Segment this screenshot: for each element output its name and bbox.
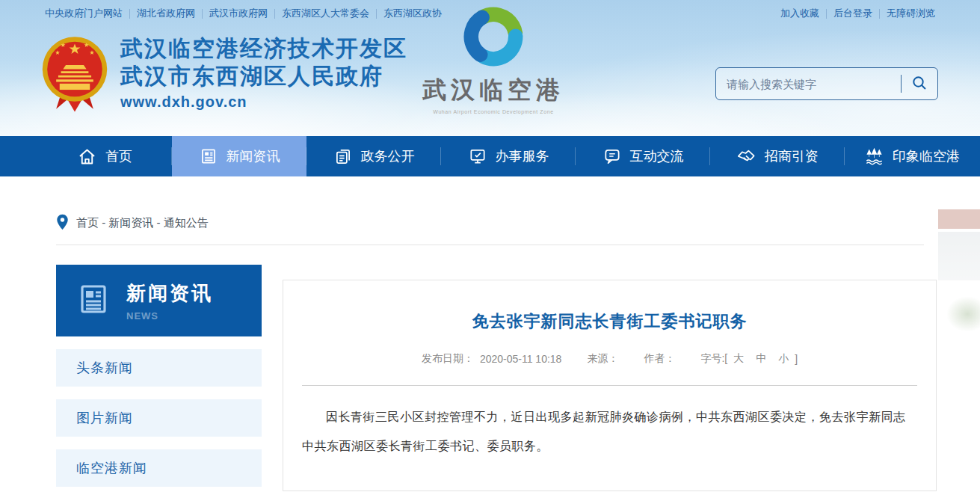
logo-english-text: Wuhan Airport Economic Development Zone: [411, 109, 576, 114]
breadcrumb-text[interactable]: 首页 - 新闻资讯 - 通知公告: [76, 216, 209, 230]
site-title-line1: 武汉临空港经济技术开发区: [120, 34, 407, 62]
article-meta: 发布日期： 2020-05-11 10:18 来源： 作者： 字号:[ 大 中 …: [302, 352, 917, 366]
divider: [826, 9, 827, 19]
main-row: 新闻资讯 NEWS 头条新闻 图片新闻 临空港新闻 免去张宇新同志长青街工委书记…: [56, 265, 937, 492]
site-url: www.dxh.gov.cn: [120, 93, 407, 111]
search-box: [715, 67, 938, 100]
fontsize-large-button[interactable]: 大: [733, 352, 744, 366]
sidebar-header-text: 新闻资讯 NEWS: [126, 280, 213, 322]
nav-item-interaction[interactable]: 互动交流: [576, 136, 710, 176]
nav-item-news[interactable]: 新闻资讯: [172, 136, 306, 176]
top-link-wuhan-gov[interactable]: 武汉市政府网: [209, 7, 268, 20]
news-icon: [199, 147, 218, 166]
sidebar-item-headline-news[interactable]: 头条新闻: [56, 349, 262, 387]
fontsize-medium-button[interactable]: 中: [756, 352, 766, 366]
handshake-icon: [736, 147, 756, 167]
nav-item-label: 首页: [105, 147, 132, 165]
national-emblem-icon: [40, 34, 109, 115]
publish-date-value: 2020-05-11 10:18: [480, 353, 562, 365]
content-area: 首页 - 新闻资讯 - 通知公告 新闻资讯 NEWS: [0, 176, 980, 492]
site-header: 中央政府门户网站 湖北省政府网 武汉市政府网 东西湖区人大常委会 东西湖区政协 …: [0, 0, 980, 136]
trees-landmark-icon: [864, 147, 884, 167]
sidebar-title: 新闻资讯: [126, 280, 213, 307]
article-body: 因长青街三民小区封控管理不力，近日出现多起新冠肺炎确诊病例，中共东西湖区委决定，…: [302, 402, 917, 461]
top-links-right: 加入收藏 后台登录 无障碍浏览: [780, 7, 935, 20]
divider: [879, 9, 880, 19]
nav-item-services[interactable]: 办事服务: [441, 136, 576, 176]
swirl-logo-icon: [463, 57, 524, 70]
search-icon: [910, 74, 928, 94]
nav-item-investment[interactable]: 招商引资: [710, 136, 845, 176]
nav-inner: 首页 新闻资讯: [0, 136, 980, 176]
nav-item-label: 办事服务: [496, 147, 549, 165]
author-label: 作者：: [644, 352, 675, 366]
top-link-admin-login[interactable]: 后台登录: [833, 7, 872, 20]
source-label: 来源：: [587, 352, 618, 366]
sidebar-item-photo-news[interactable]: 图片新闻: [56, 399, 262, 437]
fontsize-small-button[interactable]: 小: [778, 352, 789, 366]
home-icon: [77, 147, 97, 167]
nav-item-label: 招商引资: [765, 147, 819, 165]
top-link-favorite[interactable]: 加入收藏: [780, 7, 819, 20]
nav-item-label: 新闻资讯: [226, 147, 280, 165]
sidebar-header: 新闻资讯 NEWS: [56, 265, 262, 336]
divider: [202, 9, 203, 19]
nav-item-label: 互动交流: [630, 147, 684, 165]
nav-item-label: 政务公开: [361, 147, 415, 165]
divider: [129, 9, 130, 19]
fontsize-bracket-close: ]: [795, 353, 798, 365]
chat-bubble-icon: [603, 147, 622, 166]
background-buildings-image: [938, 209, 980, 456]
site-title-block: 武汉临空港经济技术开发区 武汉市东西湖区人民政府 www.dxh.gov.cn: [120, 34, 407, 111]
sidebar-item-linkonggang-news[interactable]: 临空港新闻: [56, 449, 262, 487]
top-link-hubei-gov[interactable]: 湖北省政府网: [137, 7, 195, 20]
fontsize-label: 字号:[: [700, 352, 727, 366]
article-container: 免去张宇新同志长青街工委书记职务 发布日期： 2020-05-11 10:18 …: [283, 280, 937, 491]
location-pin-icon: [56, 214, 69, 233]
page: 中央政府门户网站 湖北省政府网 武汉市政府网 东西湖区人大常委会 东西湖区政协 …: [0, 0, 980, 492]
top-links-left: 中央政府门户网站 湖北省政府网 武汉市政府网 东西湖区人大常委会 东西湖区政协: [45, 7, 442, 20]
site-logo: 武汉临空港 Wuhan Airport Economic Development…: [411, 6, 576, 114]
breadcrumb: 首页 - 新闻资讯 - 通知公告: [56, 176, 924, 245]
nav-item-home[interactable]: 首页: [37, 136, 172, 176]
service-monitor-icon: [468, 147, 487, 166]
top-link-central-gov[interactable]: 中央政府门户网站: [45, 7, 123, 20]
search-input[interactable]: [716, 78, 901, 90]
main-navigation: 首页 新闻资讯: [0, 136, 980, 176]
sidebar-news: 新闻资讯 NEWS 头条新闻 图片新闻 临空港新闻: [56, 265, 262, 492]
site-brand[interactable]: 武汉临空港经济技术开发区 武汉市东西湖区人民政府 www.dxh.gov.cn: [40, 34, 407, 115]
nav-item-gov-disclosure[interactable]: 政务公开: [306, 136, 441, 176]
search-button[interactable]: [902, 68, 937, 99]
sidebar-subtitle: NEWS: [126, 310, 213, 322]
article-title: 免去张宇新同志长青街工委书记职务: [302, 310, 917, 333]
divider: [274, 9, 275, 19]
nav-item-impression[interactable]: 印象临空港: [845, 136, 979, 176]
document-icon: [333, 147, 353, 166]
top-link-npc[interactable]: 东西湖区人大常委会: [282, 7, 369, 20]
top-link-accessibility[interactable]: 无障碍浏览: [887, 7, 935, 20]
nav-item-label: 印象临空港: [893, 147, 960, 165]
publish-date-label: 发布日期：: [422, 352, 474, 366]
newspaper-icon: [75, 281, 111, 320]
logo-chinese-text: 武汉临空港: [411, 74, 576, 107]
divider: [376, 9, 377, 19]
site-title-line2: 武汉市东西湖区人民政府: [120, 62, 407, 90]
divider: [302, 385, 917, 386]
